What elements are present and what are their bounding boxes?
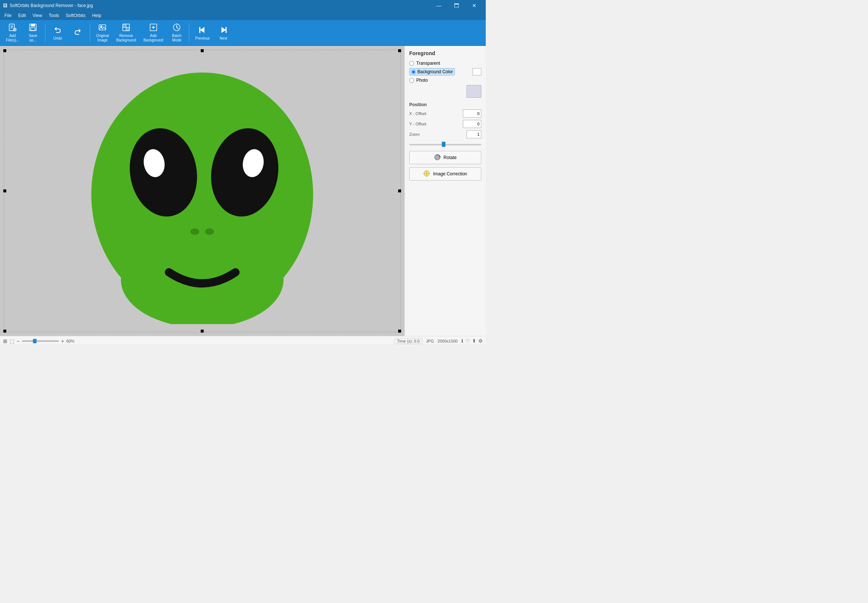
svg-rect-24 (199, 27, 200, 33)
photo-label[interactable]: Photo (416, 78, 428, 83)
menu-file[interactable]: File (2, 12, 14, 19)
menu-tools[interactable]: Tools (46, 12, 62, 19)
zoom-label: Zoom (409, 132, 424, 136)
dimensions-label: 2000x1500 (438, 339, 458, 343)
svg-point-39 (426, 172, 428, 175)
share-icon[interactable]: ⬆ (472, 338, 476, 344)
background-color-option[interactable]: Background Color (409, 68, 455, 76)
photo-radio[interactable] (409, 78, 414, 83)
zoom-percent: 60% (66, 339, 74, 343)
original-image-button[interactable]: OriginalImage (93, 22, 112, 44)
save-as-button[interactable]: Saveas... (24, 22, 42, 44)
rotate-button[interactable]: Rotate (409, 151, 481, 164)
menu-view[interactable]: View (29, 12, 45, 19)
svg-point-37 (436, 156, 438, 158)
add-background-icon (149, 23, 158, 33)
batch-mode-button[interactable]: BatchMode (168, 22, 186, 44)
statusbar-left: ⊞ ⬚ − + 60% (3, 338, 392, 344)
previous-label: Previous (195, 36, 210, 40)
svg-rect-26 (225, 27, 227, 33)
background-color-radio[interactable] (411, 70, 416, 74)
right-panel: Foregrond Transparent Background Color P… (404, 46, 486, 336)
photo-option-row: Photo (409, 78, 481, 97)
toolbar: AddFile(s)... Saveas... Undo (0, 20, 486, 46)
original-image-icon (98, 23, 107, 33)
batch-mode-label: BatchMode (172, 34, 182, 43)
maximize-button[interactable]: 🗖 (448, 0, 465, 11)
menu-help[interactable]: Help (89, 12, 104, 19)
add-files-button[interactable]: AddFile(s)... (3, 22, 22, 44)
svg-point-34 (205, 228, 214, 235)
statusbar: ⊞ ⬚ − + 60% Time (s): 0.0 JPG 2000x1500 … (0, 336, 486, 344)
y-offset-row: Y - Offset 0 (409, 120, 481, 128)
titlebar-left: 🖼 SoftOrbits Background Remover - face.j… (3, 3, 93, 8)
statusbar-actions: ℹ ♡ ⬆ ⚙ (461, 338, 483, 344)
close-button[interactable]: ✕ (466, 0, 483, 11)
app-icon: 🖼 (3, 3, 8, 8)
format-label: JPG (426, 339, 434, 343)
heart-icon[interactable]: ♡ (466, 338, 470, 344)
zoom-slider-statusbar[interactable] (22, 340, 59, 342)
svg-rect-14 (123, 24, 126, 27)
svg-rect-8 (31, 24, 35, 26)
minimize-button[interactable]: — (430, 0, 447, 11)
remove-background-label: RemoveBackground (116, 34, 136, 43)
menu-softorbits[interactable]: SoftOrbits (63, 12, 88, 19)
image-correction-button[interactable]: Image Correction (409, 167, 481, 181)
rotate-icon (434, 154, 441, 162)
batch-mode-icon (172, 23, 181, 33)
background-color-label[interactable]: Background Color (417, 69, 453, 74)
svg-rect-10 (32, 28, 34, 30)
transparent-radio[interactable] (409, 61, 414, 66)
add-files-label: AddFile(s)... (6, 34, 19, 43)
color-picker-box[interactable] (472, 68, 481, 76)
zoom-input[interactable]: 1 (467, 130, 481, 138)
image-correction-icon (423, 170, 430, 178)
menu-edit[interactable]: Edit (15, 12, 29, 19)
remove-background-button[interactable]: RemoveBackground (114, 22, 139, 44)
save-as-label: Saveas... (29, 34, 37, 43)
info-icon[interactable]: ℹ (461, 338, 463, 344)
separator-3 (189, 24, 189, 42)
x-offset-label: X - Offset (409, 111, 461, 116)
separator-1 (45, 24, 45, 42)
undo-button[interactable]: Undo (48, 24, 67, 42)
zoom-slider-thumb[interactable] (442, 142, 446, 147)
y-offset-input[interactable]: 0 (463, 120, 481, 128)
next-icon (218, 26, 229, 36)
titlebar: 🖼 SoftOrbits Background Remover - face.j… (0, 0, 486, 11)
redo-icon (73, 27, 82, 37)
original-image-label: OriginalImage (96, 34, 109, 43)
svg-marker-25 (221, 27, 226, 33)
transparent-option[interactable]: Transparent (409, 61, 481, 66)
add-background-button[interactable]: AddBackground (140, 22, 166, 44)
transparent-label[interactable]: Transparent (416, 61, 440, 66)
menubar: File Edit View Tools SoftOrbits Help (0, 11, 486, 20)
panel-title: Foregrond (409, 50, 481, 56)
previous-button[interactable]: Previous (192, 24, 213, 42)
redo-button[interactable] (68, 26, 87, 40)
svg-point-28 (121, 232, 284, 324)
x-offset-input[interactable]: 0 (463, 110, 481, 118)
photo-option[interactable]: Photo (409, 78, 481, 83)
x-offset-row: X - Offset 0 (409, 110, 481, 118)
svg-marker-23 (200, 27, 204, 33)
titlebar-controls: — 🗖 ✕ (430, 0, 483, 11)
image-correction-label: Image Correction (433, 171, 467, 176)
canvas-area[interactable] (0, 46, 404, 336)
background-color-row: Background Color (409, 68, 481, 76)
alien-image (77, 58, 328, 324)
time-display: Time (s): 0.0 (395, 338, 422, 344)
zoom-slider-statusbar-thumb[interactable] (33, 339, 37, 343)
next-button[interactable]: Next (214, 24, 233, 42)
svg-point-33 (190, 228, 199, 235)
settings-icon[interactable]: ⚙ (478, 338, 483, 344)
zoom-out-button[interactable]: − (17, 338, 20, 344)
photo-picker-box[interactable] (467, 85, 481, 97)
remove-background-icon (122, 23, 131, 33)
zoom-in-button[interactable]: + (61, 338, 64, 344)
time-label: Time (s): (397, 339, 413, 343)
select-icon[interactable]: ⬚ (9, 338, 14, 344)
rotate-label: Rotate (444, 155, 456, 160)
fit-icon[interactable]: ⊞ (3, 338, 8, 344)
